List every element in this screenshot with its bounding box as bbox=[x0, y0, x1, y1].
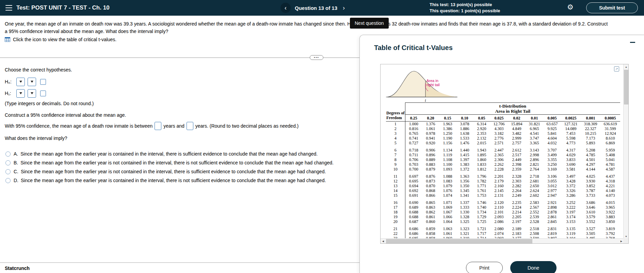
t-table-row: 150.6910.8661.0741.3411.7532.1312.2492.6… bbox=[386, 193, 620, 198]
df-cell: 12 bbox=[386, 179, 405, 183]
t-value-cell: 0.896 bbox=[422, 152, 439, 157]
t-value-cell: 6.314 bbox=[473, 122, 490, 127]
t-table-title-line2: Area in Right Tail bbox=[405, 109, 621, 114]
t-value-cell: 3.250 bbox=[543, 162, 561, 167]
t-value-cell: 4.781 bbox=[600, 162, 620, 167]
t-value-cell: 1.350 bbox=[456, 183, 473, 188]
t-value-cell: 12.706 bbox=[490, 122, 508, 127]
radio-d[interactable] bbox=[5, 178, 11, 183]
option-a[interactable]: A. Since the mean age from the earlier y… bbox=[5, 151, 318, 157]
option-c[interactable]: C. Since the mean age from the earlier y… bbox=[5, 169, 326, 174]
t-value-cell: 3.505 bbox=[581, 231, 600, 236]
h0-value-input[interactable] bbox=[40, 79, 46, 85]
t-value-cell: 3.883 bbox=[600, 214, 620, 219]
t-value-cell: 2.093 bbox=[490, 214, 508, 219]
scrollbar-corner bbox=[623, 238, 628, 243]
t-value-cell: 4.140 bbox=[600, 188, 620, 193]
t-table-row: 180.6880.8621.0671.3301.7342.1012.2142.5… bbox=[386, 210, 620, 214]
t-value-cell: 3.222 bbox=[561, 205, 581, 210]
t-value-cell: 4.437 bbox=[600, 174, 620, 179]
t-value-cell: 2.650 bbox=[526, 183, 543, 188]
t-value-cell: 1.963 bbox=[439, 122, 456, 127]
popout-icon[interactable]: ↗ bbox=[614, 66, 619, 71]
h0-dropdown-2[interactable] bbox=[28, 78, 36, 86]
t-value-cell: 0.866 bbox=[422, 193, 439, 198]
t-col-header: 0.001 bbox=[581, 115, 600, 122]
t-value-cell: 1.076 bbox=[439, 188, 456, 193]
h1-dropdown-2[interactable] bbox=[28, 89, 36, 98]
radio-b[interactable] bbox=[5, 160, 11, 165]
t-table-title: t-Distribution Area in Right Tail bbox=[405, 103, 620, 115]
prev-question-button[interactable]: ‹ bbox=[280, 3, 291, 13]
df-cell: 2 bbox=[386, 126, 405, 131]
t-value-cell: 3.252 bbox=[561, 200, 581, 205]
t-value-cell: 0.688 bbox=[405, 214, 422, 219]
t-value-cell: 2.999 bbox=[508, 136, 526, 141]
menu-icon[interactable] bbox=[5, 5, 12, 11]
t-value-cell: 2.602 bbox=[526, 193, 543, 198]
t-value-cell: 2.878 bbox=[543, 210, 561, 214]
t-value-cell: 0.700 bbox=[405, 167, 422, 172]
done-button[interactable]: Done bbox=[510, 261, 557, 273]
ci-lower-input[interactable] bbox=[155, 122, 161, 130]
t-value-cell: 0.906 bbox=[422, 148, 439, 152]
t-value-cell: 2.303 bbox=[508, 179, 526, 183]
t-value-cell: 1.083 bbox=[439, 179, 456, 183]
vertical-scrollbar[interactable]: ▲ ▼ bbox=[623, 64, 628, 239]
t-table-dialog: Table of Critical t-Values Area in right… bbox=[359, 35, 644, 273]
ci-upper-input[interactable] bbox=[187, 122, 193, 130]
t-value-cell: 1.476 bbox=[456, 141, 473, 145]
horizontal-scrollbar[interactable]: ◀ ▶ bbox=[381, 238, 624, 243]
t-value-cell: 2.998 bbox=[526, 152, 543, 157]
t-table-row: 50.7270.9201.1561.4762.0152.5712.7573.36… bbox=[386, 141, 620, 145]
t-table-row: 11.0001.3761.9633.0786.31412.70615.89431… bbox=[386, 122, 620, 127]
t-value-cell: 2.160 bbox=[490, 183, 508, 188]
scroll-left-icon[interactable]: ◀ bbox=[381, 239, 386, 244]
t-value-cell: 1.746 bbox=[473, 200, 490, 205]
t-value-cell: 0.727 bbox=[405, 141, 422, 145]
next-question-button[interactable]: › bbox=[341, 4, 346, 12]
t-value-cell: 3.169 bbox=[543, 167, 561, 172]
statcrunch-link[interactable]: Statcrunch bbox=[5, 266, 30, 271]
t-value-cell: 2.365 bbox=[490, 152, 508, 157]
t-value-cell: 2.861 bbox=[543, 214, 561, 219]
t-value-cell: 0.860 bbox=[422, 219, 439, 224]
t-value-cell: 1.725 bbox=[473, 219, 490, 224]
t-value-cell: 3.610 bbox=[581, 210, 600, 214]
horizontal-scroll-thumb[interactable] bbox=[386, 239, 532, 243]
t-value-cell: 1.337 bbox=[456, 200, 473, 205]
option-d[interactable]: D. Since the mean age from the earlier y… bbox=[5, 178, 326, 183]
table-icon[interactable] bbox=[5, 37, 10, 42]
t-value-cell: 1.071 bbox=[439, 200, 456, 205]
divider-handle[interactable]: ••• bbox=[310, 55, 323, 60]
scroll-up-icon[interactable]: ▲ bbox=[624, 64, 629, 69]
t-value-cell: 4.317 bbox=[561, 148, 581, 152]
t-value-cell: 0.870 bbox=[422, 183, 439, 188]
df-header-line1: Degrees of bbox=[386, 111, 405, 115]
t-value-cell: 2.896 bbox=[526, 157, 543, 162]
question-points: This question: 1 point(s) possible bbox=[430, 8, 500, 14]
h1-value-input[interactable] bbox=[40, 91, 46, 96]
t-value-cell: 1.328 bbox=[456, 214, 473, 219]
h0-dropdown-1[interactable] bbox=[16, 78, 25, 86]
h1-dropdown-1[interactable] bbox=[16, 89, 25, 98]
minimize-button[interactable] bbox=[630, 42, 635, 43]
print-button[interactable]: Print bbox=[466, 262, 503, 273]
t-value-cell: 0.687 bbox=[405, 219, 422, 224]
t-value-cell: 2.249 bbox=[508, 193, 526, 198]
gear-icon[interactable]: ⚙ bbox=[567, 3, 574, 11]
t-value-cell: 2.214 bbox=[508, 210, 526, 214]
submit-test-button[interactable]: Submit test bbox=[586, 2, 638, 13]
t-value-cell: 2.205 bbox=[508, 214, 526, 219]
next-question-tooltip: Next question bbox=[350, 18, 389, 29]
df-cell: 7 bbox=[386, 152, 405, 157]
t-value-cell: 2.074 bbox=[490, 231, 508, 236]
t-value-cell: 10.215 bbox=[581, 131, 600, 136]
df-cell: 21 bbox=[386, 226, 405, 231]
radio-c[interactable] bbox=[5, 169, 11, 174]
df-cell: 13 bbox=[386, 183, 405, 188]
vertical-scroll-thumb[interactable] bbox=[624, 70, 628, 105]
t-value-cell: 22.327 bbox=[581, 126, 600, 131]
radio-a[interactable] bbox=[5, 151, 11, 157]
option-b[interactable]: B. Since the mean age from the earlier y… bbox=[5, 160, 334, 165]
